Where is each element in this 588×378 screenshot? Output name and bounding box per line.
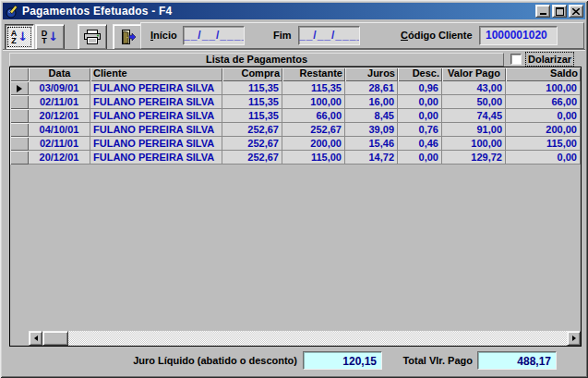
row-indicator[interactable] (10, 137, 29, 151)
cell-saldo[interactable]: 0,00 (506, 151, 581, 165)
indicator-column-header (10, 67, 29, 81)
cell-compra[interactable]: 252,67 (222, 137, 282, 151)
inicio-date-input[interactable]: __/__/____ (183, 26, 245, 45)
cell-compra[interactable]: 115,35 (222, 81, 282, 95)
row-indicator[interactable] (10, 95, 29, 109)
app-window: Pagamentos Efetuados - F4 AZ ↓ DT ↓ (0, 0, 588, 378)
cell-valor_pago[interactable]: 91,00 (442, 123, 506, 137)
cell-desc[interactable]: 0,46 (398, 137, 442, 151)
cell-juros[interactable]: 8,45 (345, 109, 398, 123)
cell-saldo[interactable]: 115,00 (506, 137, 581, 151)
cell-desc[interactable]: 0,76 (398, 123, 442, 137)
cell-data[interactable]: 02/11/01 (29, 137, 90, 151)
cell-juros[interactable]: 15,46 (345, 137, 398, 151)
exit-button[interactable] (113, 24, 142, 50)
cell-desc[interactable]: 0,00 (398, 95, 442, 109)
cell-valor_pago[interactable]: 129,72 (442, 151, 506, 165)
column-header-valor_pago[interactable]: Valor Pago (442, 67, 506, 81)
toolbar-divider (3, 49, 585, 51)
cell-desc[interactable]: 0,00 (398, 151, 442, 165)
scroll-left-button[interactable] (29, 331, 42, 346)
cell-cliente[interactable]: FULANO PEREIRA SILVA (90, 137, 222, 151)
cell-valor_pago[interactable]: 74,45 (442, 109, 506, 123)
scroll-right-button[interactable] (567, 331, 581, 346)
column-header-juros[interactable]: Juros (345, 67, 398, 81)
fim-date-input[interactable]: __/__/____ (298, 26, 360, 45)
minimize-button[interactable] (535, 5, 550, 18)
current-row-arrow-icon (17, 85, 22, 92)
cell-saldo[interactable]: 0,00 (506, 109, 581, 123)
cell-data[interactable]: 03/09/01 (29, 81, 90, 95)
scrollbar-thumb[interactable] (42, 331, 68, 346)
cell-juros[interactable]: 14,72 (345, 151, 398, 165)
app-icon (6, 5, 19, 18)
sort-date-icon: DT (42, 30, 48, 44)
sort-az-button[interactable]: AZ ↓ (5, 24, 34, 50)
title-bar[interactable]: Pagamentos Efetuados - F4 (3, 3, 585, 19)
scrollbar-track[interactable] (68, 331, 567, 346)
row-indicator-current[interactable] (10, 81, 29, 95)
table-row[interactable]: 04/10/01FULANO PEREIRA SILVA252,67252,67… (10, 123, 581, 137)
cell-juros[interactable]: 28,61 (345, 81, 398, 95)
sort-date-button[interactable]: DT ↓ (35, 24, 65, 50)
horizontal-scrollbar[interactable] (10, 331, 581, 346)
dolarizar-label[interactable]: Dolarizar (526, 53, 573, 66)
cell-data[interactable]: 02/11/01 (29, 95, 90, 109)
cell-juros[interactable]: 39,09 (345, 123, 398, 137)
codigo-cliente-input[interactable]: 1000001020 (479, 26, 558, 45)
cell-restante[interactable]: 200,00 (282, 137, 345, 151)
cell-compra[interactable]: 252,67 (222, 151, 282, 165)
cell-cliente[interactable]: FULANO PEREIRA SILVA (90, 123, 222, 137)
cell-valor_pago[interactable]: 100,00 (442, 137, 506, 151)
column-header-restante[interactable]: Restante (282, 67, 345, 81)
row-indicator[interactable] (10, 123, 29, 137)
cell-restante[interactable]: 115,35 (282, 81, 345, 95)
table-row[interactable]: 02/11/01FULANO PEREIRA SILVA252,67200,00… (10, 137, 581, 151)
table-row[interactable]: 20/12/01FULANO PEREIRA SILVA115,3566,008… (10, 109, 581, 123)
cell-restante[interactable]: 115,00 (282, 151, 345, 165)
cell-saldo[interactable]: 200,00 (506, 123, 581, 137)
print-button[interactable] (78, 24, 107, 50)
cell-restante[interactable]: 252,67 (282, 123, 345, 137)
table-row[interactable]: 20/12/01FULANO PEREIRA SILVA252,67115,00… (10, 151, 581, 165)
cell-data[interactable]: 04/10/01 (29, 123, 90, 137)
table-row[interactable]: 03/09/01FULANO PEREIRA SILVA115,35115,35… (10, 81, 581, 95)
maximize-icon (556, 7, 564, 16)
sort-az-icon: AZ (11, 30, 18, 44)
grid-header-row: DataClienteCompraRestanteJurosDesc.Valor… (10, 67, 581, 81)
cell-compra[interactable]: 115,35 (222, 109, 282, 123)
right-arrow-icon (572, 335, 576, 341)
column-header-data[interactable]: Data (29, 67, 90, 81)
close-button[interactable] (569, 5, 583, 18)
codigo-cliente-label: Código Cliente (401, 30, 473, 41)
row-indicator[interactable] (10, 151, 29, 165)
cell-compra[interactable]: 252,67 (222, 123, 282, 137)
cell-compra[interactable]: 115,35 (222, 95, 282, 109)
cell-restante[interactable]: 100,00 (282, 95, 345, 109)
cell-valor_pago[interactable]: 43,00 (442, 81, 506, 95)
cell-saldo[interactable]: 100,00 (506, 81, 581, 95)
column-header-cliente[interactable]: Cliente (90, 67, 222, 81)
row-indicator[interactable] (10, 109, 29, 123)
cell-restante[interactable]: 66,00 (282, 109, 345, 123)
cell-desc[interactable]: 0,96 (398, 81, 442, 95)
column-header-compra[interactable]: Compra (222, 67, 282, 81)
cell-data[interactable]: 20/12/01 (29, 151, 90, 165)
cell-saldo[interactable]: 66,00 (506, 95, 581, 109)
column-header-desc[interactable]: Desc. (398, 67, 442, 81)
column-header-saldo[interactable]: Saldo (506, 67, 581, 81)
cell-juros[interactable]: 16,00 (345, 95, 398, 109)
cell-cliente[interactable]: FULANO PEREIRA SILVA (90, 95, 222, 109)
table-row[interactable]: 02/11/01FULANO PEREIRA SILVA115,35100,00… (10, 95, 581, 109)
cell-valor_pago[interactable]: 50,00 (442, 95, 506, 109)
dolarizar-checkbox[interactable] (510, 54, 522, 65)
cell-data[interactable]: 20/12/01 (29, 109, 90, 123)
cell-cliente[interactable]: FULANO PEREIRA SILVA (90, 81, 222, 95)
sort-az-arrow-icon: ↓ (18, 31, 28, 43)
cell-cliente[interactable]: FULANO PEREIRA SILVA (90, 151, 222, 165)
total-vlr-pago-label: Total Vlr. Pago (394, 355, 473, 366)
maximize-button[interactable] (552, 5, 567, 18)
window-controls (535, 5, 583, 18)
cell-desc[interactable]: 0,00 (398, 109, 442, 123)
cell-cliente[interactable]: FULANO PEREIRA SILVA (90, 109, 222, 123)
